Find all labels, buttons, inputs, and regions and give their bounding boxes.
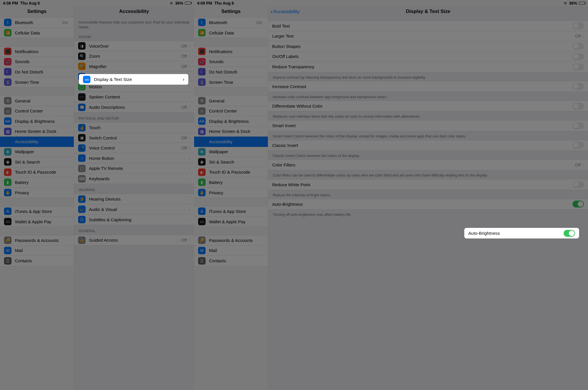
sidebar-item-battery[interactable]: ▮Battery [194,177,268,188]
detail-item-magnifier[interactable]: 🔍MagnifierOff› [74,61,194,72]
sidebar-item-cellular-data[interactable]: 📶Cellular Data [194,28,268,38]
toggle[interactable] [572,43,584,50]
sidebar-item-passwords-accounts[interactable]: 🔑Passwords & Accounts [194,235,268,246]
row-label: Cellular Data [209,30,264,35]
row-value: Off [181,238,187,242]
detail-item-apple-tv-remote[interactable]: ▢Apple TV Remote› [74,163,194,174]
detail-item-differentiate-without-color[interactable]: Differentiate Without Color [268,101,588,111]
detail-item-keyboards[interactable]: ⌨Keyboards› [74,174,194,184]
detail-item-reduce-white-point[interactable]: Reduce White Point [268,179,588,190]
sidebar-item-privacy[interactable]: ✋Privacy [0,188,74,198]
highlight-display-text-size[interactable]: AA Display & Text Size › [79,74,188,85]
sidebar-item-wallpaper[interactable]: ❀Wallpaper [0,147,74,157]
detail-item-hearing-devices[interactable]: 👂Hearing Devices› [74,194,194,204]
chevron-right-icon: › [189,84,190,89]
sidebar-item-cellular-data[interactable]: 📶Cellular Data [0,28,74,38]
accessibility-detail: AccessibilityAccessibility features help… [74,6,194,390]
toggle[interactable] [572,83,584,90]
sidebar-item-home-screen-dock[interactable]: ▦Home Screen & Dock [0,127,74,137]
detail-item-audio-descriptions[interactable]: 💬Audio DescriptionsOff› [74,102,194,112]
sidebar-item-contacts[interactable]: ☰Contacts [194,256,268,266]
detail-item-classic-invert[interactable]: Classic Invert [268,140,588,151]
detail-item-color-filters[interactable]: Color FiltersOff› [268,160,588,170]
detail-item-reduce-transparency[interactable]: Reduce Transparency [268,62,588,72]
row-label: Mail [15,248,70,253]
back-button[interactable]: ‹Accessibility [270,8,300,15]
toggle[interactable] [572,142,584,149]
sidebar-item-siri-search[interactable]: ◉Siri & Search [194,157,268,167]
sidebar-item-battery[interactable]: ▮Battery [0,177,74,188]
sidebar-item-general[interactable]: ⚙General [0,96,74,106]
magnifier-icon: 🔍 [78,63,86,70]
sidebar-item-wallet-apple-pay[interactable]: ▭Wallet & Apple Pay [0,217,74,227]
detail-item-bold-text[interactable]: Bold Text [268,21,588,31]
section-header: VISION [74,31,194,41]
toggle[interactable] [572,22,584,29]
sidebar-item-privacy[interactable]: ✋Privacy [194,188,268,198]
row-label: Home Screen & Dock [209,129,264,134]
row-label: Passwords & Accounts [209,238,264,243]
sidebar-item-bluetooth[interactable]: ᛒBluetoothOn [194,18,268,28]
detail-item-voice-control[interactable]: 🎤Voice ControlOff› [74,143,194,153]
sidebar-item-control-center[interactable]: ⌾Control Center [194,106,268,117]
row-label: Do Not Disturb [15,69,70,74]
sidebar-item-display-brightness[interactable]: AADisplay & Brightness [194,116,268,127]
sidebar-item-accessibility[interactable]: 👤Accessibility [0,137,74,147]
toggle[interactable] [572,181,584,188]
detail-item-guided-access[interactable]: 🔒Guided AccessOff› [74,235,194,245]
detail-item-auto-brightness[interactable]: Auto-Brightness [268,199,588,209]
detail-item-touch[interactable]: ☝Touch› [74,123,194,133]
toggle[interactable] [572,53,584,60]
sidebar-item-general[interactable]: ⚙General [194,96,268,106]
sidebar-item-touch-id-passcode[interactable]: ◐Touch ID & Passcode [194,167,268,178]
row-label: Home Screen & Dock [15,129,70,134]
sidebar-item-accessibility[interactable]: 👤Accessibility [194,137,268,147]
row-label: Auto-Brightness [272,202,572,207]
sidebar-item-contacts[interactable]: ☰Contacts [0,256,74,266]
sidebar-item-wallpaper[interactable]: ❀Wallpaper [194,147,268,157]
sidebar-item-bluetooth[interactable]: ᛒBluetoothOn [0,18,74,28]
detail-item-smart-invert[interactable]: Smart Invert [268,121,588,131]
row-label: Mail [209,248,264,253]
sidebar-item-mail[interactable]: ✉Mail [194,246,268,256]
sidebar-item-itunes-app-store[interactable]: AiTunes & App Store [0,206,74,217]
sidebar-item-screen-time[interactable]: ⌛Screen Time [0,77,74,88]
detail-item-zoom[interactable]: 🔍ZoomOff› [74,51,194,61]
sidebar-item-siri-search[interactable]: ◉Siri & Search [0,157,74,167]
sidebar-item-wallet-apple-pay[interactable]: ▭Wallet & Apple Pay [194,217,268,227]
detail-item-larger-text[interactable]: Larger TextOff› [268,31,588,42]
sidebar-item-notifications[interactable]: ⬛Notifications [0,46,74,57]
sidebar-item-screen-time[interactable]: ⌛Screen Time [194,77,268,88]
sidebar-item-touch-id-passcode[interactable]: ◐Touch ID & Passcode [0,167,74,178]
toggle[interactable] [572,103,584,110]
detail-item-voiceover[interactable]: ◑VoiceOverOff› [74,41,194,51]
row-label: Hearing Devices [89,197,189,201]
controlcenter-icon: ⌾ [4,107,11,115]
sidebar-item-home-screen-dock[interactable]: ▦Home Screen & Dock [194,127,268,137]
sidebar-item-do-not-disturb[interactable]: ☾Do Not Disturb [194,67,268,77]
sidebar-item-itunes-app-store[interactable]: AiTunes & App Store [194,206,268,217]
sidebar-item-do-not-disturb[interactable]: ☾Do Not Disturb [0,67,74,77]
sidebar-item-sounds[interactable]: 🔊Sounds [0,57,74,67]
toggle[interactable] [572,63,584,70]
row-label: iTunes & App Store [209,209,264,214]
sidebar-item-mail[interactable]: ✉Mail [0,246,74,256]
sidebar-item-notifications[interactable]: ⬛Notifications [194,46,268,57]
detail-item-home-button[interactable]: ○Home Button› [74,153,194,164]
sidebar-item-sounds[interactable]: 🔊Sounds [194,57,268,67]
toggle[interactable] [572,122,584,129]
highlight-auto-brightness[interactable]: Auto-Brightness [464,228,579,238]
detail-item-increase-contrast[interactable]: Increase Contrast [268,81,588,92]
toggle-auto-brightness[interactable] [564,230,575,237]
detail-item-button-shapes[interactable]: Button Shapes [268,41,588,52]
sidebar-item-display-brightness[interactable]: AADisplay & Brightness [0,116,74,127]
detail-item-switch-control[interactable]: ▣Switch ControlOff› [74,133,194,143]
detail-item-spoken-content[interactable]: ⋯Spoken Content› [74,92,194,102]
detail-item-audio-visual[interactable]: 🔉Audio & Visual› [74,204,194,215]
detail-item-subtitles-captioning[interactable]: ☷Subtitles & Captioning› [74,214,194,225]
row-value: On [256,20,262,25]
detail-item-on-off-labels[interactable]: On/Off Labels [268,52,588,62]
toggle[interactable] [572,201,584,207]
sidebar-item-passwords-accounts[interactable]: 🔑Passwords & Accounts [0,235,74,246]
sidebar-item-control-center[interactable]: ⌾Control Center [0,106,74,117]
